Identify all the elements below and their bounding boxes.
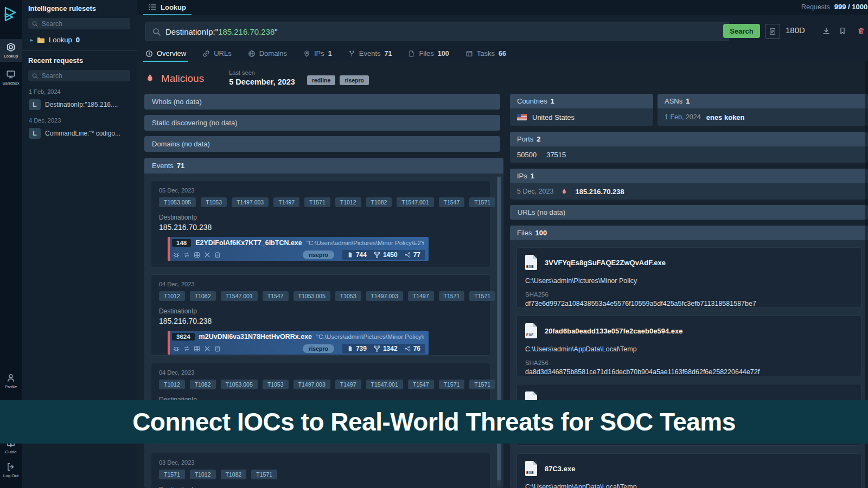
- event-task-row[interactable]: 3624 m2UvDNi6va31N78HetHvORRx.exe "C:\Us…: [168, 331, 429, 355]
- tab-count: 100: [438, 50, 449, 57]
- info-icon: [145, 50, 153, 57]
- tools-icon[interactable]: [204, 252, 210, 258]
- tab-count: 71: [385, 50, 392, 57]
- divider: [22, 50, 137, 51]
- recent-search-input[interactable]: [41, 72, 126, 80]
- tab-domains[interactable]: Domains: [248, 46, 287, 61]
- malware-tag[interactable]: redline: [307, 75, 335, 85]
- link-icon: [202, 50, 210, 57]
- technique-tag: T1053.005: [221, 380, 258, 389]
- malware-tag[interactable]: risepro: [340, 75, 369, 85]
- rerun-arrows-icon[interactable]: [183, 345, 190, 352]
- malware-tag-pill[interactable]: risepro: [303, 251, 334, 259]
- attack-matrix-icon[interactable]: [194, 345, 200, 352]
- query-value: 185.216.70.238: [218, 27, 275, 36]
- panel-title: ASNs: [665, 97, 682, 105]
- section-domains[interactable]: Domains (no data): [144, 136, 500, 152]
- rail-item-lookup[interactable]: Lookup: [0, 39, 22, 62]
- ports-header[interactable]: Ports2: [510, 132, 868, 146]
- report-button[interactable]: [765, 24, 780, 39]
- rulesets-search-input[interactable]: [41, 20, 126, 28]
- technique-tag: T1082: [221, 470, 247, 479]
- tab-files[interactable]: Files 100: [408, 46, 449, 61]
- technique-tag: T1571: [159, 470, 185, 479]
- query-input[interactable]: DestinationIp:"185.216.70.238": [145, 22, 729, 41]
- recent-group-date: 1 Feb, 2024: [29, 88, 137, 95]
- lookup-type-badge: L: [29, 128, 41, 139]
- tab-urls[interactable]: URLs: [202, 46, 232, 61]
- file-card[interactable]: EXE 20fad6ba0eadd133e057fe2caeb0e594.exe…: [516, 316, 861, 376]
- top-bar: Lookup Requests 999 / 1000: [137, 0, 868, 15]
- delete-button[interactable]: [854, 24, 868, 38]
- anyrun-logo-icon[interactable]: [3, 5, 18, 24]
- clipboard-icon[interactable]: [214, 252, 221, 258]
- query-field: DestinationIp:: [165, 27, 215, 36]
- location-pin-icon: [303, 50, 310, 57]
- download-button[interactable]: [819, 24, 833, 38]
- asns-body[interactable]: 1 Feb, 2024 enes koken: [658, 108, 868, 126]
- tools-icon[interactable]: [204, 345, 210, 352]
- asn-date: 1 Feb, 2024: [665, 113, 701, 121]
- rail-item-profile[interactable]: Profile: [0, 373, 22, 389]
- rail-item-logout[interactable]: Log Out: [0, 462, 22, 478]
- malware-tag-pill[interactable]: risepro: [303, 344, 334, 353]
- technique-tag: T1571: [439, 380, 465, 389]
- bug-icon[interactable]: [173, 345, 180, 352]
- event-card[interactable]: 04 Dec, 2023 T1012 T1082 T1547.001 T1547…: [151, 274, 490, 356]
- tab-overview[interactable]: Overview: [145, 46, 186, 61]
- asns-header[interactable]: ASNs1: [658, 94, 868, 108]
- malware-family-tags: redline risepro: [307, 75, 369, 85]
- caret-icon[interactable]: ▸: [30, 37, 33, 43]
- countries-header[interactable]: Countries1: [510, 94, 653, 108]
- rail-item-sandbox[interactable]: Sandbox: [0, 69, 22, 86]
- countries-body[interactable]: United States: [510, 108, 653, 126]
- event-card[interactable]: 05 Dec, 2023 T1053.005 T1053 T1497.003 T…: [151, 181, 490, 267]
- recent-request-item[interactable]: L DestinationIp:"185.216....: [29, 99, 137, 110]
- recent-query-text: DestinationIp:"185.216....: [45, 101, 118, 108]
- section-static-discovering[interactable]: Static discovering (no data): [144, 115, 500, 131]
- files-header[interactable]: Files100: [510, 226, 868, 240]
- file-card[interactable]: EXE 87C3.exe C:\Users\admin\AppData\Loca…: [516, 453, 861, 488]
- technique-tag: T1053: [201, 197, 227, 207]
- event-date: 03 Dec, 2023: [159, 459, 482, 466]
- file-path: C:\Users\admin\AppData\Local\Temp: [525, 483, 853, 488]
- file-name: 3VVFYqEs8gSuFAQE2ZwQvAdF.exe: [545, 259, 666, 267]
- ips-header[interactable]: IPs1: [510, 169, 868, 183]
- bug-icon[interactable]: [173, 252, 180, 258]
- event-card[interactable]: 03 Dec, 2023 T1571 T1012 T1082 T1571 Des…: [151, 453, 490, 488]
- technique-tag: T1497.003: [366, 291, 403, 301]
- promo-banner: Connect IOCs to Real-World Threats for S…: [0, 400, 868, 444]
- section-whois[interactable]: Whois (no data): [144, 94, 500, 110]
- files-stat: 744: [347, 251, 367, 259]
- rerun-arrows-icon[interactable]: [183, 252, 190, 258]
- rulesets-folder[interactable]: ▸ Lookup 0: [30, 36, 137, 44]
- clipboard-icon[interactable]: [214, 345, 221, 352]
- ip-value: 185.216.70.238: [575, 188, 624, 196]
- section-events-header[interactable]: Events 71: [144, 158, 503, 174]
- technique-tags: T1012 T1082 T1053.005 T1053 T1497.003 T1…: [159, 380, 482, 389]
- ports-body[interactable]: 50500 37515: [510, 146, 868, 163]
- recent-search[interactable]: [28, 70, 130, 81]
- tab-tasks[interactable]: Tasks 66: [465, 46, 506, 61]
- ti-lookup-app: Lookup Sandbox Profile Guide Log Out Int…: [0, 0, 868, 488]
- attack-matrix-icon[interactable]: [194, 252, 200, 258]
- recent-request-item[interactable]: L CommandLine:"* codigo...: [29, 128, 137, 139]
- files-stat: 739: [347, 345, 367, 352]
- search-button[interactable]: Search: [723, 24, 760, 38]
- file-card[interactable]: EXE 3VVFYqEs8gSuFAQE2ZwQvAdF.exe C:\User…: [516, 247, 861, 308]
- task-file-path: "C:\Users\admin\Pictures\Minor Policy\m2…: [316, 333, 424, 340]
- rulesets-search[interactable]: [28, 18, 130, 29]
- event-task-row[interactable]: 148 E2YDiFolAf6Kx7KT7_6IbTCN.exe "C:\Use…: [168, 237, 429, 261]
- recent-group-date: 4 Dec, 2023: [29, 117, 137, 124]
- technique-tag: T1547.001: [221, 291, 258, 301]
- time-range-selector[interactable]: 180D: [786, 25, 805, 35]
- ips-body[interactable]: 5 Dec, 2023 185.216.70.238: [510, 183, 868, 200]
- panel-count: 1: [531, 172, 534, 180]
- tab-events[interactable]: Events 71: [348, 46, 392, 61]
- tab-lookup[interactable]: Lookup: [143, 0, 192, 15]
- section-urls[interactable]: URLs (no data): [510, 205, 868, 220]
- technique-tag: T1571: [469, 380, 495, 389]
- tab-ips[interactable]: IPs 1: [303, 46, 332, 61]
- bookmark-button[interactable]: [835, 24, 850, 38]
- hash-label: SHA256: [525, 359, 853, 366]
